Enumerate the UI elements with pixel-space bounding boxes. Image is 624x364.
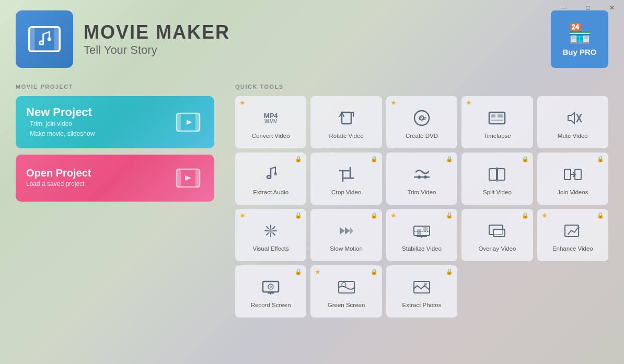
buy-pro-label: Buy PRO: [562, 48, 596, 56]
new-project-icon: [172, 107, 204, 138]
enhance-video-icon: [563, 220, 583, 241]
open-project-text: Open Project Load a saved project: [26, 167, 162, 189]
join-videos-icon: [563, 164, 583, 185]
star-icon: ★: [315, 268, 321, 276]
crop-video-label: Crop Video: [331, 189, 361, 195]
lock-icon: 🔒: [597, 156, 604, 162]
star-icon: ★: [466, 99, 472, 107]
header: MOVIE MAKER Tell Your Story 🏪 Buy PRO: [0, 0, 624, 78]
star-icon: ★: [239, 99, 246, 107]
enhance-video-label: Enhance Video: [552, 245, 593, 252]
tool-rotate-video[interactable]: Rotate Video: [310, 96, 382, 148]
open-project-button[interactable]: Open Project Load a saved project: [16, 155, 214, 202]
svg-rect-5: [177, 113, 181, 131]
svg-point-60: [270, 286, 272, 288]
tool-enhance-video[interactable]: ★ 🔒 Enhance Video: [537, 209, 608, 261]
mute-video-icon: [563, 108, 583, 128]
record-screen-icon: [261, 277, 281, 298]
tool-trim-video[interactable]: 🔒 Trim Video: [386, 152, 457, 205]
trim-video-icon: [412, 164, 432, 185]
extract-audio-label: Extract Audio: [253, 189, 288, 195]
tool-record-screen[interactable]: 🔒 Record Screen: [235, 265, 306, 318]
overlay-video-label: Overlay Video: [478, 245, 516, 252]
create-dvd-icon: DVD: [412, 108, 432, 128]
star-icon: ★: [390, 212, 397, 219]
buy-pro-button[interactable]: 🏪 Buy PRO: [551, 10, 608, 68]
record-screen-label: Record Screen: [251, 302, 291, 308]
lock-icon: 🔒: [446, 156, 453, 162]
timelapse-icon: [487, 108, 507, 128]
svg-point-28: [418, 175, 421, 179]
tool-split-video[interactable]: 🔒 Split Video: [461, 152, 533, 205]
svg-rect-6: [195, 113, 200, 131]
stabilize-video-label: Stabilize Video: [402, 245, 442, 252]
store-icon: 🏪: [568, 22, 592, 44]
split-video-icon: [487, 164, 507, 185]
open-project-title: Open Project: [26, 167, 162, 179]
movie-project-label: MOVIE PROJECT: [16, 84, 214, 90]
tool-stabilize-video[interactable]: ★ 🔒 Stabilize Video: [386, 209, 457, 261]
star-icon: ★: [541, 212, 548, 219]
svg-rect-10: [195, 169, 200, 187]
tool-crop-video[interactable]: 🔒 Crop Video: [310, 152, 382, 205]
lock-icon: 🔒: [371, 212, 378, 219]
svg-rect-31: [498, 169, 505, 180]
svg-rect-2: [54, 27, 60, 52]
svg-marker-46: [350, 227, 353, 234]
svg-rect-50: [423, 227, 427, 231]
convert-video-icon: MP4 WMV: [264, 108, 278, 128]
quick-tools-label: QUICK TOOLS: [235, 84, 608, 90]
new-project-text: New Project - Trim, join video - Make mo…: [26, 105, 162, 139]
tool-extract-audio[interactable]: 🔒 Extract Audio: [235, 152, 306, 205]
tool-convert-video[interactable]: ★ MP4 WMV Convert Video: [235, 96, 306, 148]
logo-box: [16, 10, 73, 68]
svg-point-22: [274, 172, 277, 175]
close-button[interactable]: ✕: [600, 0, 624, 16]
svg-marker-45: [345, 227, 350, 234]
left-panel: MOVIE PROJECT New Project - Trim, join v…: [16, 84, 214, 318]
svg-marker-44: [340, 227, 345, 234]
tool-timelapse[interactable]: ★ Timelapse: [461, 96, 533, 148]
tool-green-screen[interactable]: ★ 🔒 Green Screen: [310, 265, 382, 318]
tool-slow-motion[interactable]: 🔒 Slow Motion: [310, 209, 382, 261]
lock-icon: 🔒: [522, 156, 529, 162]
tool-overlay-video[interactable]: 🔒 Overlay Video: [461, 209, 533, 261]
extract-audio-icon: [261, 164, 281, 185]
logo-icon: [26, 21, 63, 57]
svg-line-41: [273, 227, 275, 229]
new-project-sub1: - Trim, join video: [26, 119, 162, 129]
overlay-video-icon: [487, 220, 507, 241]
tool-join-videos[interactable]: 🔒 Join Videos: [537, 152, 608, 205]
tool-mute-video[interactable]: Mute Video: [537, 96, 608, 148]
svg-line-40: [273, 233, 275, 235]
slow-motion-icon: [337, 220, 356, 241]
extract-photos-label: Extract Photos: [402, 302, 442, 308]
svg-rect-16: [489, 112, 505, 124]
svg-rect-17: [491, 114, 495, 118]
titlebar: — □ ✕: [552, 0, 624, 16]
tools-grid: ★ MP4 WMV Convert Video: [235, 96, 608, 318]
tool-extract-photos[interactable]: 🔒 Extract Photos: [386, 265, 457, 318]
green-screen-label: Green Screen: [328, 302, 365, 308]
mute-video-label: Mute Video: [558, 133, 588, 139]
join-videos-label: Join Videos: [557, 189, 588, 195]
lock-icon: 🔒: [295, 268, 302, 275]
lock-icon: 🔒: [295, 212, 302, 219]
maximize-button[interactable]: □: [576, 0, 600, 16]
svg-point-43: [269, 229, 273, 233]
svg-line-39: [267, 227, 269, 229]
star-icon: ★: [390, 99, 397, 107]
tool-create-dvd[interactable]: ★ DVD Create DVD: [386, 96, 457, 148]
minimize-button[interactable]: —: [552, 0, 576, 16]
new-project-button[interactable]: New Project - Trim, join video - Make mo…: [16, 96, 214, 148]
svg-rect-19: [491, 120, 503, 121]
lock-icon: 🔒: [597, 212, 604, 219]
svg-point-64: [424, 283, 427, 286]
tool-visual-effects[interactable]: ★ 🔒 Visual Ef: [235, 209, 306, 261]
extract-photos-icon: [412, 277, 432, 298]
rotate-video-label: Rotate Video: [329, 133, 363, 139]
svg-marker-11: [185, 175, 191, 181]
create-dvd-label: Create DVD: [406, 133, 438, 139]
trim-video-label: Trim Video: [408, 189, 436, 195]
visual-effects-icon: [261, 220, 281, 241]
